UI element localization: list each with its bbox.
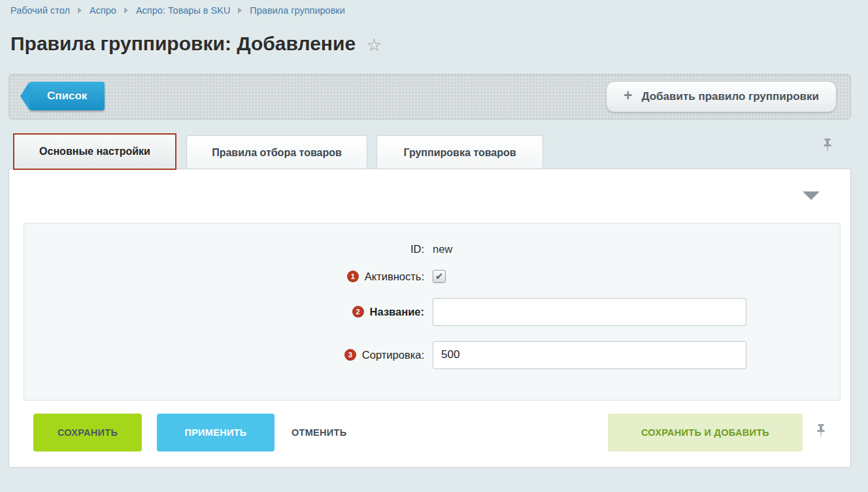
apply-button[interactable]: ПРИМЕНИТЬ <box>157 414 275 451</box>
form-row-sort: 3 Сортировка: <box>24 340 840 369</box>
id-label: ID: <box>410 243 424 255</box>
breadcrumb-link-sku[interactable]: Аспро: Товары в SKU <box>136 5 230 16</box>
pin-icon[interactable] <box>823 138 832 160</box>
page: Рабочий стол Аспро Аспро: Товары в SKU П… <box>0 0 868 492</box>
tab-grouping[interactable]: Группировка товаров <box>376 135 543 169</box>
name-label: Название: <box>370 306 424 318</box>
breadcrumb-separator-icon <box>238 7 242 14</box>
breadcrumb-link-grouping-rules[interactable]: Правила группировки <box>250 5 344 16</box>
tab-selection-rules[interactable]: Правила отбора товаров <box>186 135 367 169</box>
sort-label: Сортировка: <box>362 349 424 361</box>
save-and-add-button[interactable]: СОХРАНИТЬ И ДОБАВИТЬ <box>608 414 803 451</box>
favorite-star-icon[interactable]: ☆ <box>366 34 382 54</box>
plus-icon: + <box>624 88 632 105</box>
activity-label: Активность: <box>365 271 424 283</box>
hint-badge-1: 1 <box>347 271 359 282</box>
hint-badge-2: 2 <box>352 306 364 318</box>
pin-icon[interactable] <box>816 423 826 446</box>
page-title: Правила группировки: Добавление <box>10 33 356 55</box>
form-row-name: 2 Название: <box>24 297 840 326</box>
page-title-row: Правила группировки: Добавление ☆ <box>10 33 382 55</box>
form-fieldset: ID: new 1 Активность: ✔ <box>24 223 841 401</box>
breadcrumb-link-aspro[interactable]: Аспро <box>90 5 116 16</box>
form-panel: ID: new 1 Активность: ✔ <box>8 169 851 468</box>
breadcrumb: Рабочий стол Аспро Аспро: Товары в SKU П… <box>10 5 345 16</box>
hint-badge-3: 3 <box>344 349 356 361</box>
footer-buttons: СОХРАНИТЬ ПРИМЕНИТЬ ОТМЕНИТЬ <box>33 414 346 451</box>
form-row-activity: 1 Активность: ✔ <box>24 267 840 286</box>
cancel-link[interactable]: ОТМЕНИТЬ <box>292 427 346 438</box>
name-input[interactable] <box>433 298 746 326</box>
tab-main-settings[interactable]: Основные настройки <box>13 133 176 170</box>
form-row-id: ID: new <box>24 241 840 257</box>
back-to-list-button[interactable]: Список <box>29 82 105 110</box>
collapse-chevron-icon[interactable] <box>803 191 820 200</box>
sort-input[interactable] <box>433 341 746 369</box>
breadcrumb-separator-icon <box>78 7 82 14</box>
id-value: new <box>433 243 452 255</box>
toolbar: Список + Добавить правило группировки <box>8 74 851 120</box>
breadcrumb-link-desktop[interactable]: Рабочий стол <box>10 5 70 16</box>
activity-checkbox[interactable]: ✔ <box>433 270 446 283</box>
add-grouping-rule-label: Добавить правило группировки <box>641 90 819 103</box>
save-button[interactable]: СОХРАНИТЬ <box>33 414 142 451</box>
breadcrumb-separator-icon <box>124 7 128 14</box>
add-grouping-rule-button[interactable]: + Добавить правило группировки <box>606 81 837 112</box>
checkmark-icon: ✔ <box>435 271 444 281</box>
